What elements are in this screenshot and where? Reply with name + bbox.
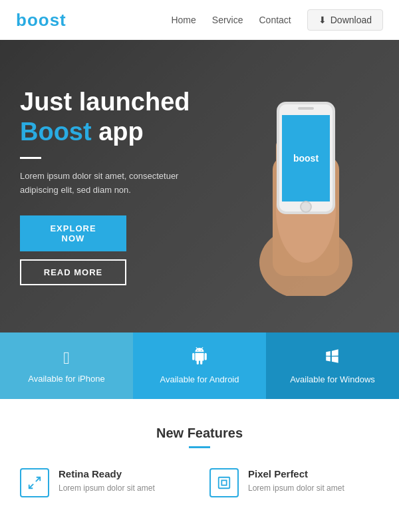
svg-line-16 (36, 477, 40, 481)
features-title: New Features (20, 426, 379, 441)
pixel-desc: Lorem ipsum dolor sit amet (248, 482, 344, 494)
features-grid: Retina Ready Lorem ipsum dolor sit amet … (20, 468, 379, 497)
hero-phone: boost (233, 76, 399, 296)
hero-title-line1: Just launched (20, 88, 190, 116)
retina-title: Retina Ready (59, 468, 155, 479)
svg-rect-18 (219, 477, 230, 489)
apple-icon:  (63, 348, 70, 368)
windows-icon (324, 347, 341, 369)
hand-illustration: boost (233, 76, 379, 296)
hero-title: Just launched Boost app (20, 87, 213, 148)
band-iphone-label: Available for iPhone (28, 374, 104, 384)
feature-retina: Retina Ready Lorem ipsum dolor sit amet (20, 468, 190, 497)
hero-content: Just launched Boost app Lorem ipsum dolo… (0, 87, 233, 286)
band-android[interactable]: Available for Android (133, 332, 266, 399)
logo: boost (16, 10, 66, 31)
band-android-label: Available for Android (160, 374, 239, 384)
download-bands:  Available for iPhone Available for And… (0, 332, 399, 399)
svg-rect-19 (221, 480, 226, 485)
svg-rect-14 (298, 107, 314, 110)
android-icon (191, 347, 208, 369)
hero-section: Just launched Boost app Lorem ipsum dolo… (0, 40, 399, 332)
navbar: boost Home Service Contact ⬇ Download (0, 0, 399, 40)
download-label: Download (331, 15, 372, 25)
download-icon: ⬇ (319, 15, 327, 25)
features-title-underline (189, 446, 210, 448)
pixel-text: Pixel Perfect Lorem ipsum dolor sit amet (248, 468, 344, 494)
features-section: New Features Retina Ready Lorem ipsum do… (0, 399, 399, 511)
explore-now-button[interactable]: EXPLORE NOW (20, 215, 126, 251)
retina-icon-box (20, 468, 49, 497)
hero-divider (20, 157, 41, 159)
band-windows[interactable]: Available for Windows (266, 332, 399, 399)
hero-title-line2: app (98, 118, 144, 146)
read-more-button[interactable]: READ MORE (20, 259, 126, 285)
retina-text: Retina Ready Lorem ipsum dolor sit amet (59, 468, 155, 494)
band-iphone[interactable]:  Available for iPhone (0, 332, 133, 399)
pixel-icon-box (209, 468, 239, 497)
svg-text:boost: boost (293, 153, 319, 164)
nav-home[interactable]: Home (171, 15, 196, 25)
nav-links: Home Service Contact ⬇ Download (171, 9, 383, 31)
retina-desc: Lorem ipsum dolor sit amet (59, 482, 155, 494)
svg-line-17 (29, 484, 33, 488)
svg-point-15 (301, 201, 311, 212)
nav-service[interactable]: Service (212, 15, 243, 25)
download-button[interactable]: ⬇ Download (307, 9, 383, 31)
nav-contact[interactable]: Contact (259, 15, 291, 25)
band-windows-label: Available for Windows (290, 374, 375, 384)
pixel-title: Pixel Perfect (248, 468, 344, 479)
features-title-area: New Features (20, 426, 379, 448)
hero-title-accent: Boost (20, 118, 92, 146)
hero-description: Lorem ipsum dolor sit amet, consectetuer… (20, 170, 180, 198)
feature-pixel: Pixel Perfect Lorem ipsum dolor sit amet (209, 468, 379, 497)
